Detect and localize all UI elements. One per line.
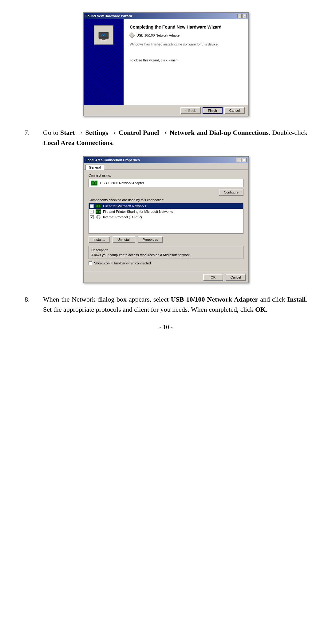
ok-cancel-row: OK Cancel (84, 272, 248, 283)
checkbox-2[interactable]: ✓ (90, 210, 94, 213)
wizard-close-text: To close this wizard, click Finish. (130, 58, 242, 62)
step7-text-mid: . Double-click (269, 129, 307, 136)
components-list: ✓ Client for Microsoft Networks ✓ (89, 203, 243, 234)
page-number: - 10 - (159, 324, 172, 330)
step8-text2: and click (258, 295, 287, 303)
step7-arrow2: → (108, 129, 119, 136)
properties-content: Connect using: USB 10/100 Network Adapte… (84, 170, 248, 272)
step8-text: When the Network dialog box appears, sel… (43, 294, 307, 314)
step7-bold2: Settings (85, 129, 109, 136)
action-buttons: Install... Uninstall Properties (89, 236, 243, 243)
component-item-1[interactable]: ✓ Client for Microsoft Networks (89, 203, 243, 209)
configure-button[interactable]: Configure (219, 189, 243, 196)
wizard-device-row: USB 10/100 Network Adapter (130, 33, 242, 37)
tab-general[interactable]: General (85, 165, 104, 170)
close-title-button[interactable]: ✕ (242, 158, 247, 162)
taskbar-checkbox[interactable] (89, 261, 92, 265)
adapter-box: USB 10/100 Network Adapter (89, 179, 243, 187)
wizard-icon (94, 25, 113, 45)
step7-text-start: Go to (43, 129, 60, 136)
svg-rect-12 (99, 205, 100, 207)
wizard-description: Windows has finished installing the soft… (130, 42, 242, 46)
step7-bold5: Local Area Connections (43, 139, 112, 146)
properties-dialog: Local Area Connection Properties ? ✕ Gen… (83, 156, 249, 283)
cancel-button[interactable]: Cancel (224, 107, 245, 114)
checkbox-1[interactable]: ✓ (90, 204, 94, 208)
step7-arrow3: → (159, 129, 169, 136)
tab-bar: General (84, 163, 248, 170)
svg-rect-3 (101, 40, 107, 40)
network-icon-1 (96, 204, 101, 208)
svg-rect-11 (97, 205, 98, 207)
uninstall-button[interactable]: Uninstall (113, 236, 135, 243)
properties-button[interactable]: Properties (138, 236, 163, 243)
taskbar-label: Show icon in taskbar when connected (94, 261, 151, 265)
titlebar-buttons: ? ✕ (236, 158, 247, 162)
svg-rect-6 (92, 182, 94, 184)
svg-rect-2 (102, 39, 105, 40)
wizard-button-bar: < Back Finish Cancel (84, 105, 248, 116)
components-label: Components checked are used by this conn… (89, 198, 243, 202)
adapter-icon (91, 181, 97, 185)
component-item-3[interactable]: ✓ Internet Protocol (TCP/IP) (89, 214, 243, 220)
wizard-heading: Completing the Found New Hardware Wizard (130, 25, 242, 29)
help-title-button[interactable]: ? (236, 158, 241, 162)
step7-bold1: Start (60, 129, 75, 136)
wizard-dialog: Found New Hardware Wizard ? ✕ Compl (83, 12, 249, 116)
tcp-icon (96, 215, 101, 219)
network-icon-2 (96, 209, 101, 214)
step7-text-end: . (112, 139, 114, 146)
component-name-2: File and Printer Sharing for Microsoft N… (103, 210, 173, 213)
component-item-2[interactable]: ✓ File and Printer Sharing for Microsoft… (89, 209, 243, 214)
step8-text4: . (266, 306, 267, 313)
step8-bold1: USB 10/100 Network Adapter (171, 295, 258, 303)
diamond-icon (129, 32, 135, 38)
finish-button[interactable]: Finish (203, 107, 223, 114)
step8-text-start: When the Network dialog box appears, sel… (43, 295, 171, 303)
svg-rect-15 (99, 211, 101, 213)
component-name-3: Internet Protocol (TCP/IP) (103, 215, 142, 219)
description-text: Allows your computer to access resources… (91, 253, 241, 257)
taskbar-row: Show icon in taskbar when connected (89, 261, 243, 265)
checkbox-3[interactable]: ✓ (90, 215, 94, 219)
wizard-body: Completing the Found New Hardware Wizard… (84, 19, 248, 105)
cancel-dialog-button[interactable]: Cancel (226, 274, 246, 281)
step7-bold3: Control Panel (119, 129, 159, 136)
step8-number: 8. (25, 294, 37, 314)
back-button[interactable]: < Back (180, 107, 201, 114)
properties-titlebar: Local Area Connection Properties ? ✕ (84, 157, 248, 163)
properties-title: Local Area Connection Properties (85, 158, 140, 162)
connect-label: Connect using: (89, 174, 243, 177)
wizard-right-panel: Completing the Found New Hardware Wizard… (124, 19, 248, 105)
step8-bold2: Install (287, 295, 306, 303)
step8-instruction: 8. When the Network dialog box appears, … (25, 294, 307, 314)
wizard-title: Found New Hardware Wizard (85, 14, 132, 18)
svg-point-4 (103, 35, 104, 36)
wizard-title-buttons: ? ✕ (237, 14, 247, 18)
configure-row: Configure (89, 189, 243, 196)
help-button[interactable]: ? (237, 14, 242, 18)
step7-text: Go to Start → Settings → Control Panel →… (43, 127, 307, 148)
step8-bold3: OK (255, 306, 266, 313)
step7-arrow1: → (75, 129, 85, 136)
description-legend: Description (91, 248, 241, 252)
svg-rect-14 (96, 211, 98, 213)
close-button[interactable]: ✕ (242, 14, 247, 18)
svg-rect-7 (95, 182, 97, 184)
page-footer: - 10 - (25, 324, 307, 331)
ok-button[interactable]: OK (203, 274, 223, 281)
wizard-device-name: USB 10/100 Network Adapter (136, 33, 181, 37)
wizard-left-panel (84, 19, 124, 105)
step7-instruction: 7. Go to Start → Settings → Control Pane… (25, 127, 307, 148)
step7-bold4: Network and Dial-up Connections (169, 129, 268, 136)
svg-rect-9 (93, 181, 95, 181)
component-name-1: Client for Microsoft Networks (103, 204, 146, 208)
description-group: Description Allows your computer to acce… (89, 246, 243, 259)
adapter-name: USB 10/100 Network Adapter (100, 181, 144, 185)
wizard-titlebar: Found New Hardware Wizard ? ✕ (84, 13, 248, 19)
install-button[interactable]: Install... (89, 236, 110, 243)
step7-number: 7. (25, 127, 37, 148)
